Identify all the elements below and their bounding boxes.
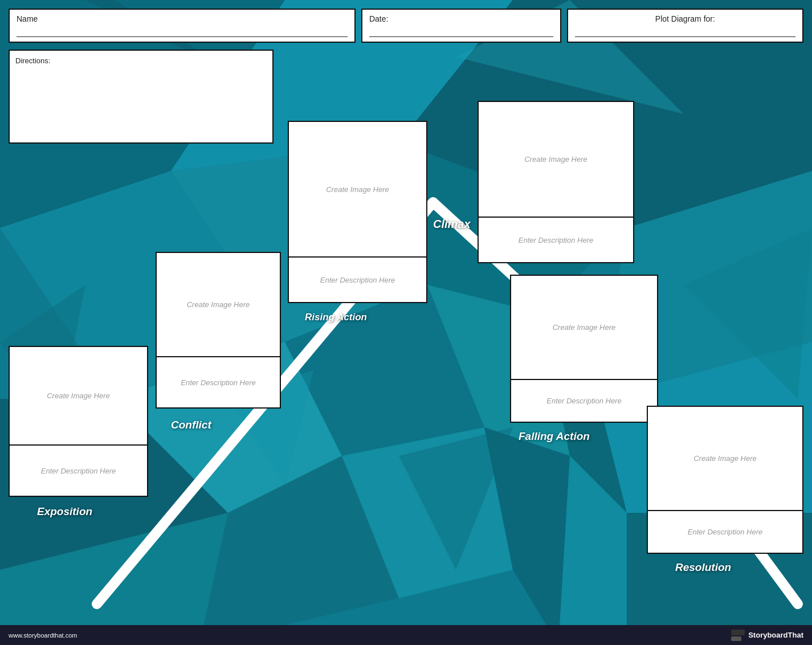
brand-name: StoryboardThat (748, 631, 803, 639)
climax-desc-box[interactable]: Enter Description Here (478, 218, 634, 263)
resolution-desc-placeholder: Enter Description Here (648, 511, 802, 553)
falling-action-image-placeholder: Create Image Here (511, 276, 657, 379)
date-label: Date: (369, 14, 553, 23)
rising-action-desc-box[interactable]: Enter Description Here (288, 258, 427, 303)
conflict-desc-placeholder: Enter Description Here (157, 357, 280, 407)
directions-box[interactable]: Directions: (9, 50, 274, 144)
falling-action-desc-box[interactable]: Enter Description Here (510, 380, 658, 423)
conflict-image-placeholder: Create Image Here (157, 253, 280, 356)
exposition-image-box[interactable]: Create Image Here (9, 346, 148, 446)
footer: www.storyboardthat.com StoryboardThat (0, 625, 812, 645)
name-label: Name (17, 14, 348, 23)
conflict-label: Conflict (171, 419, 211, 431)
falling-action-desc-placeholder: Enter Description Here (511, 380, 657, 422)
plot-title-label: Plot Diagram for: (575, 14, 795, 23)
resolution-image-placeholder: Create Image Here (648, 407, 802, 510)
falling-action-image-box[interactable]: Create Image Here (510, 275, 658, 380)
rising-action-desc-placeholder: Enter Description Here (289, 258, 426, 302)
storyboardthat-icon (731, 630, 745, 641)
directions-label: Directions: (15, 56, 50, 65)
climax-desc-placeholder: Enter Description Here (479, 218, 633, 262)
resolution-label: Resolution (675, 561, 731, 574)
rising-action-image-placeholder: Create Image Here (289, 122, 426, 256)
rising-action-image-box[interactable]: Create Image Here (288, 121, 427, 258)
climax-image-box[interactable]: Create Image Here (478, 101, 634, 218)
name-field[interactable]: Name (9, 9, 356, 43)
climax-image-placeholder: Create Image Here (479, 102, 633, 217)
resolution-image-box[interactable]: Create Image Here (647, 406, 803, 511)
date-field[interactable]: Date: (361, 9, 561, 43)
footer-brand: StoryboardThat (731, 630, 803, 641)
exposition-image-placeholder: Create Image Here (10, 347, 147, 444)
conflict-desc-box[interactable]: Enter Description Here (156, 357, 281, 409)
exposition-desc-placeholder: Enter Description Here (10, 446, 147, 496)
plot-title-field[interactable]: Plot Diagram for: (567, 9, 803, 43)
exposition-label: Exposition (37, 505, 92, 518)
rising-action-label: Rising Action (305, 312, 367, 323)
resolution-desc-box[interactable]: Enter Description Here (647, 511, 803, 554)
climax-label: Climax (433, 218, 471, 231)
conflict-image-box[interactable]: Create Image Here (156, 252, 281, 357)
falling-action-label: Falling Action (519, 430, 590, 443)
footer-url: www.storyboardthat.com (9, 632, 77, 639)
exposition-desc-box[interactable]: Enter Description Here (9, 446, 148, 497)
